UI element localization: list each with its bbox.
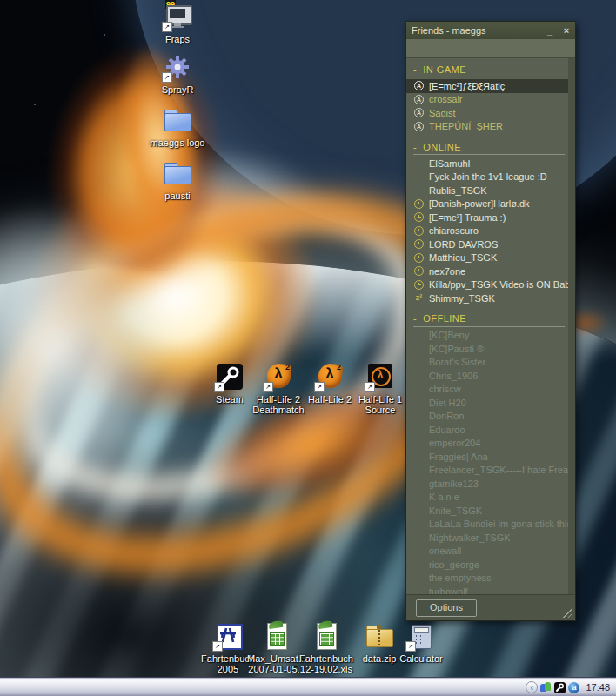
icon-label: Calculator bbox=[388, 653, 454, 664]
friend-row[interactable]: Freelancer_TSGK-----I hate Freaking POSE… bbox=[406, 464, 568, 478]
away-clock-icon bbox=[414, 226, 424, 236]
section-label: IN GAME bbox=[423, 64, 466, 75]
friend-row[interactable]: [KC]Beny bbox=[406, 329, 568, 343]
friend-row[interactable]: ATHEPÚNÍ_ŞHER bbox=[406, 120, 568, 134]
friend-row[interactable]: ElSamuhl bbox=[406, 157, 568, 171]
friend-row[interactable]: [E=mc²] Trauma :) bbox=[406, 211, 568, 224]
desktop-icon-calculator[interactable]: ↗ Calculator bbox=[388, 621, 454, 664]
section-header-online[interactable]: -ONLINE bbox=[406, 141, 568, 152]
hide-icons-chevron[interactable]: ‹ bbox=[526, 681, 538, 693]
shortcut-arrow-icon: ↗ bbox=[365, 382, 375, 392]
desktop-icon-half-life-1-source[interactable]: λ ↗ Half-Life 1 Source bbox=[347, 362, 413, 415]
friends-window: Friends - maeggs _ × -IN GAMEA[E=mc²]ƒξÐ… bbox=[405, 21, 576, 621]
friend-row[interactable]: Rublis_TSGK bbox=[406, 184, 568, 197]
friend-row[interactable]: [Danish-power]Harlø.dk bbox=[406, 197, 568, 211]
section-header-in-game[interactable]: -IN GAME bbox=[406, 64, 568, 75]
friend-row[interactable]: ASadist bbox=[406, 106, 568, 120]
friend-name: [E=mc²]ƒξÐξЯatiç bbox=[429, 81, 505, 91]
options-button[interactable]: Options bbox=[416, 599, 477, 617]
friend-name: Freelancer_TSGK-----I hate Freaking POSE… bbox=[429, 465, 568, 475]
friend-row[interactable]: LaLaLa Bundiei im gona stick this way, L… bbox=[406, 518, 568, 532]
game-icon: A bbox=[414, 122, 424, 131]
excel-file-icon bbox=[262, 621, 291, 651]
desktop-icon-fraps[interactable]: 99 ↗ Fraps bbox=[144, 2, 211, 44]
friend-name: Sadist bbox=[429, 108, 456, 118]
close-button[interactable]: × bbox=[561, 22, 572, 39]
desktop-icon-sprayr[interactable]: ↗ SprayR bbox=[144, 52, 211, 95]
friend-name: Fraggies| Ana bbox=[429, 452, 488, 462]
taskbar-clock[interactable]: 17:48 bbox=[586, 682, 610, 693]
snooze-icon: z² bbox=[416, 293, 423, 303]
friend-row[interactable]: Fyck Join the 1v1 league :D bbox=[406, 171, 568, 184]
friend-row[interactable]: nex7one bbox=[406, 264, 568, 278]
friend-row[interactable]: DonRon bbox=[406, 410, 568, 424]
friend-row[interactable]: A[E=mc²]ƒξÐξЯatiç bbox=[406, 79, 568, 93]
clock-hand bbox=[418, 204, 421, 204]
fraps-icon: 99 ↗ bbox=[163, 2, 192, 31]
friends-list: -IN GAMEA[E=mc²]ƒξÐξЯatiçAcrossairASadis… bbox=[406, 58, 568, 595]
friend-row[interactable]: emperor204 bbox=[406, 437, 568, 451]
friend-name: Rublis_TSGK bbox=[429, 185, 487, 196]
friend-row[interactable]: Matthieu_TSGK bbox=[406, 251, 568, 265]
desktop-icon-maeggs-logo[interactable]: maeggs logo bbox=[144, 105, 211, 148]
friend-name: [E=mc²] Trauma :) bbox=[429, 212, 506, 223]
friend-row[interactable]: Eduardo bbox=[406, 423, 568, 437]
away-clock-icon bbox=[414, 253, 424, 263]
friend-name: gtamike123 bbox=[429, 478, 479, 489]
friend-name: crossair bbox=[429, 94, 463, 104]
section-separator bbox=[413, 77, 565, 77]
friend-row[interactable]: [KC]Pausti ® bbox=[406, 342, 568, 356]
away-clock-icon bbox=[414, 199, 424, 209]
game-icon: A bbox=[414, 95, 424, 104]
resize-grip[interactable] bbox=[560, 606, 572, 618]
icon-label: Half-Life 1 Source bbox=[347, 394, 413, 415]
messenger-tray-icon[interactable] bbox=[540, 682, 552, 693]
taskbar[interactable]: ‹ a 17:48 bbox=[0, 677, 616, 696]
friend-row[interactable]: LORD DAVROS bbox=[406, 238, 568, 251]
shortcut-arrow-icon: ↗ bbox=[214, 382, 224, 392]
friend-row[interactable]: Nightwalker_TSGK bbox=[406, 531, 568, 545]
friend-name: ElSamuhl bbox=[429, 158, 470, 169]
shortcut-arrow-icon: ↗ bbox=[162, 22, 172, 32]
friend-row[interactable]: gtamike123 bbox=[406, 477, 568, 491]
desktop-icon-pausti[interactable]: pausti bbox=[144, 158, 211, 201]
friend-row[interactable]: rico_george bbox=[406, 558, 568, 572]
friend-name: Borat's Sister bbox=[429, 357, 485, 367]
app-a-tray-icon[interactable]: a bbox=[568, 682, 579, 693]
friend-name: [KC]Pausti ® bbox=[429, 344, 484, 354]
collapse-indicator[interactable]: - bbox=[413, 64, 417, 75]
friend-name: [KC]Beny bbox=[429, 330, 469, 340]
collapse-indicator[interactable]: - bbox=[413, 313, 417, 324]
friend-row[interactable]: Kílla/ppv_TSGK Video is ON Baby 4 real !… bbox=[406, 278, 568, 292]
section-label: ONLINE bbox=[423, 142, 461, 152]
steam-tray-icon[interactable] bbox=[554, 682, 566, 693]
friend-row[interactable]: Chris_1906 bbox=[406, 369, 568, 383]
collapse-indicator[interactable]: - bbox=[413, 142, 417, 152]
friend-name: Diet H20 bbox=[429, 398, 466, 408]
friend-row[interactable]: onewall bbox=[406, 545, 568, 559]
folder-icon bbox=[163, 158, 192, 188]
clock-hand bbox=[418, 217, 421, 218]
section-header-offline[interactable]: -OFFLINE bbox=[406, 313, 568, 325]
calculator-icon: ↗ bbox=[406, 621, 436, 651]
friends-window-titlebar[interactable]: Friends - maeggs _ × bbox=[406, 22, 575, 39]
friend-row[interactable]: K a n e bbox=[406, 491, 568, 505]
friend-name: Shimmy_TSGK bbox=[429, 293, 495, 304]
friend-row[interactable]: Diet H20 bbox=[406, 396, 568, 410]
status-icon-slot: A bbox=[409, 108, 429, 117]
friend-name: THEPÚNÍ_ŞHER bbox=[429, 121, 503, 131]
friend-row[interactable]: Acrossair bbox=[406, 93, 568, 107]
status-icon-slot bbox=[409, 280, 429, 290]
friend-row[interactable]: Borat's Sister bbox=[406, 356, 568, 370]
friend-row[interactable]: chiaroscuro bbox=[406, 224, 568, 238]
friend-row[interactable]: z²Shimmy_TSGK bbox=[406, 291, 568, 305]
status-icon-slot: z² bbox=[409, 293, 429, 303]
friend-row[interactable]: Knife_TSGK bbox=[406, 504, 568, 518]
friends-window-bottom-bar: Options bbox=[406, 594, 575, 620]
icon-label: maeggs logo bbox=[144, 137, 211, 148]
friend-row[interactable]: the emptyness bbox=[406, 572, 568, 586]
minimize-button[interactable]: _ bbox=[545, 22, 555, 39]
friend-row[interactable]: Fraggies| Ana bbox=[406, 450, 568, 464]
icon-label: SprayR bbox=[144, 84, 211, 95]
friend-row[interactable]: chriscw bbox=[406, 383, 568, 397]
